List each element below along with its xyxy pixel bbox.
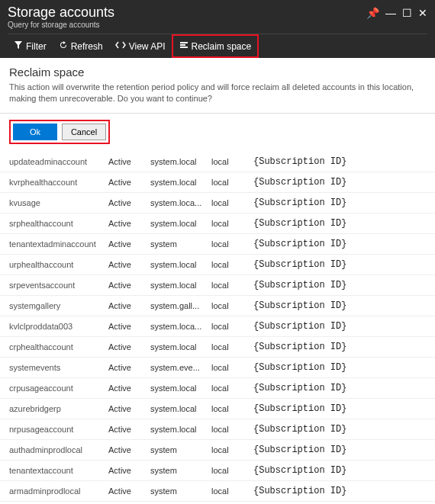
cell-location: local [211,342,253,352]
cell-status: Active [108,219,150,228]
cell-resource-group: system.loca... [150,322,211,331]
table-row[interactable]: srpeventsaccountActivesystem.locallocal{… [0,275,435,296]
cell-status: Active [108,157,150,166]
close-icon[interactable]: ✕ [418,7,427,19]
code-icon [115,40,126,52]
filter-button[interactable]: Filter [8,34,53,58]
table-row[interactable]: crphealthaccountActivesystem.locallocal{… [0,337,435,358]
cell-status: Active [108,425,150,434]
cell-location: local [211,486,253,496]
refresh-icon [59,40,68,52]
window-header: Storage accounts 📌 — ☐ ✕ Query for stora… [0,0,435,58]
cell-status: Active [108,178,150,187]
table-row[interactable]: srphealthaccountActivesystem.locallocal{… [0,213,435,234]
cell-resource-group: system.local [150,260,211,269]
table-row[interactable]: authadminprodlocalActivesystemlocal{Subs… [0,440,435,461]
cell-status: Active [108,260,150,269]
svg-rect-0 [180,42,188,43]
svg-rect-2 [180,47,188,48]
table-row[interactable]: kvlclproddata003Activesystem.loca...loca… [0,316,435,337]
pin-icon[interactable]: 📌 [366,7,379,19]
cell-location: local [211,363,253,372]
table-row[interactable]: updateadminaccountActivesystem.localloca… [0,152,435,172]
cell-name: srpeventsaccount [9,281,108,290]
cell-subscription: {Subscription ID} [253,197,426,208]
cell-name: systemgallery [9,301,108,310]
cell-location: local [211,466,253,475]
cell-status: Active [108,486,150,496]
cell-status: Active [108,466,150,475]
cell-resource-group: system.local [150,281,211,290]
cell-name: kvlclproddata003 [9,322,108,331]
minimize-icon[interactable]: — [385,7,396,19]
cell-subscription: {Subscription ID} [253,383,426,393]
cell-name: azurebridgerp [9,404,108,413]
panel-title: Reclaim space [9,66,426,79]
table-row[interactable]: nrpusageaccountActivesystem.locallocal{S… [0,419,435,440]
cell-subscription: {Subscription ID} [253,465,426,476]
cell-location: local [211,425,253,434]
reclaim-space-button[interactable]: Reclaim space [172,34,259,58]
table-row[interactable]: azurebridgerpActivesystem.locallocal{Sub… [0,399,435,419]
cell-resource-group: system.loca... [150,198,211,207]
cell-location: local [211,178,253,187]
table-row[interactable]: urphealthaccountActivesystem.locallocal{… [0,255,435,275]
cell-resource-group: system [150,486,211,496]
cell-name: kvusage [9,198,108,207]
cell-location: local [211,445,253,454]
cell-subscription: {Subscription ID} [253,403,426,414]
cell-status: Active [108,404,150,413]
table-row[interactable]: armadminprodlocalActivesystemlocal{Subsc… [0,481,435,502]
table-row[interactable]: tenantextaccountActivesystemlocal{Subscr… [0,461,435,481]
reclaim-label: Reclaim space [192,41,252,52]
table-row[interactable]: kvusageActivesystem.loca...local{Subscri… [0,193,435,213]
table-row[interactable]: systemgalleryActivesystem.gall...local{S… [0,296,435,316]
cell-status: Active [108,363,150,372]
toolbar: Filter Refresh View API Reclaim space [8,34,427,58]
cell-subscription: {Subscription ID} [253,280,426,291]
cell-subscription: {Subscription ID} [253,177,426,188]
filter-icon [14,40,23,52]
cell-location: local [211,157,253,166]
cell-name: nrpusageaccount [9,425,108,434]
cell-resource-group: system [150,445,211,454]
cell-subscription: {Subscription ID} [253,362,426,373]
reclaim-panel: Reclaim space This action will overwrite… [0,58,435,114]
page-title: Storage accounts [8,5,114,21]
cell-location: local [211,404,253,413]
cell-location: local [211,219,253,228]
cell-name: crpusageaccount [9,384,108,393]
cell-resource-group: system [150,239,211,249]
cell-location: local [211,301,253,310]
table-row[interactable]: systemeventsActivesystem.eve...local{Sub… [0,358,435,378]
maximize-icon[interactable]: ☐ [402,7,412,19]
panel-text: This action will overwrite the retention… [9,82,426,105]
cell-name: urphealthaccount [9,260,108,269]
svg-rect-1 [180,44,185,46]
cell-resource-group: system.local [150,219,211,228]
cell-status: Active [108,342,150,352]
cell-subscription: {Subscription ID} [253,342,426,352]
cell-name: srphealthaccount [9,219,108,228]
cell-name: updateadminaccount [9,157,108,166]
cell-resource-group: system.local [150,384,211,393]
cell-resource-group: system.local [150,425,211,434]
table-row[interactable]: crpusageaccountActivesystem.locallocal{S… [0,378,435,399]
ok-button[interactable]: Ok [13,124,57,140]
view-api-button[interactable]: View API [109,34,172,58]
view-api-label: View API [129,41,166,52]
cell-status: Active [108,301,150,310]
cell-location: local [211,384,253,393]
cell-status: Active [108,445,150,454]
cell-name: tenantextaccount [9,466,108,475]
cell-resource-group: system.local [150,157,211,166]
cell-resource-group: system.eve... [150,363,211,372]
cell-status: Active [108,198,150,207]
table-row[interactable]: kvrphealthaccountActivesystem.locallocal… [0,172,435,193]
cell-subscription: {Subscription ID} [253,486,426,496]
cell-status: Active [108,384,150,393]
cell-location: local [211,322,253,331]
cancel-button[interactable]: Cancel [62,124,106,140]
table-row[interactable]: tenantextadminaccountActivesystemlocal{S… [0,234,435,255]
refresh-button[interactable]: Refresh [53,34,109,58]
